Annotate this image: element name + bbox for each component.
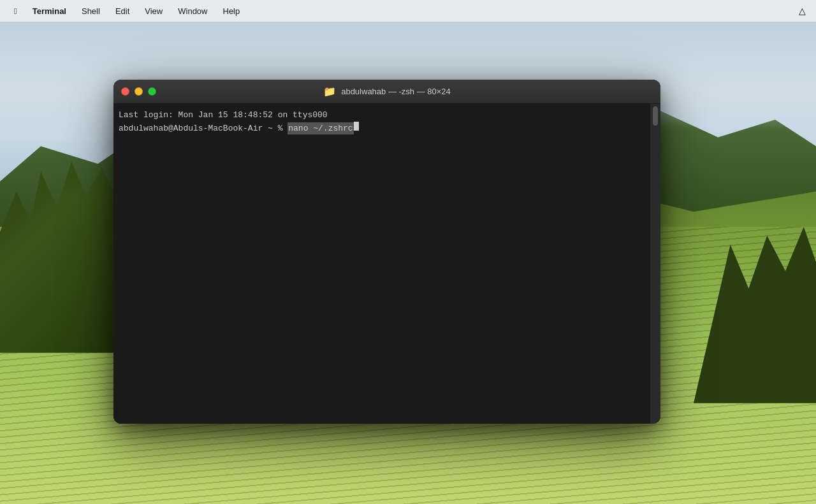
menubar-edit[interactable]: Edit: [109, 5, 136, 17]
terminal-prompt: abdulwahab@Abduls-MacBook-Air ~ %: [119, 122, 288, 135]
terminal-scrollbar[interactable]: [650, 104, 660, 424]
terminal-cursor: [354, 122, 359, 131]
traffic-lights: [121, 87, 156, 96]
terminal-line-1: Last login: Mon Jan 15 18:48:52 on ttys0…: [119, 109, 643, 122]
minimize-button[interactable]: [135, 87, 143, 96]
menubar-shell[interactable]: Shell: [75, 5, 106, 17]
terminal-title: 📁 abdulwahab — -zsh — 80×24: [323, 85, 451, 97]
apple-icon: : [14, 6, 17, 16]
close-button[interactable]: [121, 87, 129, 96]
terminal-titlebar: 📁 abdulwahab — -zsh — 80×24: [113, 80, 660, 104]
menubar-help[interactable]: Help: [217, 5, 247, 17]
menubar:  Terminal Shell Edit View Window Help △: [0, 0, 816, 22]
terminal-line-2: abdulwahab@Abduls-MacBook-Air ~ % nano ~…: [119, 122, 643, 135]
terminal-window[interactable]: 📁 abdulwahab — -zsh — 80×24 Last login: …: [113, 80, 660, 424]
last-login-text: Last login: Mon Jan 15 18:48:52 on ttys0…: [119, 109, 328, 122]
menubar-view[interactable]: View: [138, 5, 169, 17]
terminal-command: nano ~/.zshrc: [288, 122, 353, 135]
menubar-window[interactable]: Window: [171, 5, 214, 17]
terminal-title-text: abdulwahab — -zsh — 80×24: [341, 87, 451, 96]
folder-icon: 📁: [323, 85, 336, 97]
terminal-content[interactable]: Last login: Mon Jan 15 18:48:52 on ttys0…: [113, 104, 650, 424]
menubar-right: △: [796, 4, 808, 17]
maximize-button[interactable]: [148, 87, 156, 96]
scrollbar-thumb: [653, 106, 658, 126]
delta-notification-icon[interactable]: △: [796, 4, 808, 17]
apple-menu[interactable]: : [8, 5, 24, 17]
menubar-terminal[interactable]: Terminal: [26, 5, 73, 17]
